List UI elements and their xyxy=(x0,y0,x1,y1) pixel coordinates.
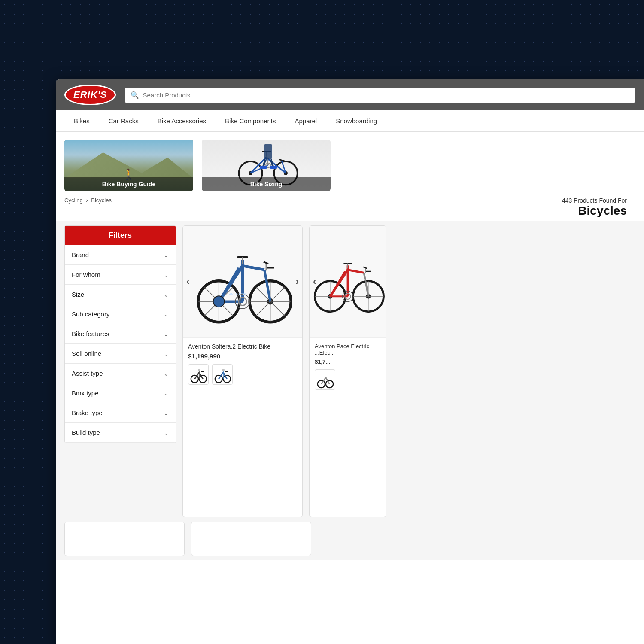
color-swatch-2-1[interactable] xyxy=(315,369,335,390)
banners-row: 🚶 Bike Buying Guide xyxy=(56,132,644,194)
nav-bike-accessories[interactable]: Bike Accessories xyxy=(148,110,216,131)
product-card-row2-2 xyxy=(191,522,311,556)
chevron-down-icon: ⌄ xyxy=(164,370,169,377)
site-navigation: Bikes Car Racks Bike Accessories Bike Co… xyxy=(56,110,644,132)
search-icon: 🔍 xyxy=(131,91,139,99)
product-card-2: ‹ xyxy=(309,225,386,517)
svg-line-75 xyxy=(363,267,367,268)
filter-sub-category[interactable]: Sub category ⌄ xyxy=(65,304,176,324)
page-title: Bicycles xyxy=(578,204,627,218)
chevron-down-icon: ⌄ xyxy=(164,252,169,258)
chevron-down-icon: ⌄ xyxy=(164,291,169,298)
filter-build-type-label: Build type xyxy=(72,429,100,436)
color-swatch-dark[interactable] xyxy=(188,364,209,385)
svg-text:AVENTON: AVENTON xyxy=(228,292,246,296)
filter-size-label: Size xyxy=(72,291,84,298)
product-name-2: Aventon Pace Electric ...Elec... xyxy=(315,343,381,356)
bike-sizing-label: Bike Sizing xyxy=(202,177,331,191)
swatch-bike-1 xyxy=(189,365,208,384)
product-info-2: Aventon Pace Electric ...Elec... $1,7... xyxy=(310,337,386,395)
swatch-bike-2 xyxy=(213,365,232,384)
chevron-down-icon: ⌄ xyxy=(164,271,169,278)
bike-sizing-banner[interactable]: Bike Sizing xyxy=(202,140,331,191)
filter-bmx-type-label: Bmx type xyxy=(72,389,99,397)
product-image-2 xyxy=(310,237,386,327)
svg-point-43 xyxy=(213,296,225,307)
product-name-1: Aventon Soltera.2 Electric Bike xyxy=(188,343,297,350)
bike-buying-guide-banner[interactable]: 🚶 Bike Buying Guide xyxy=(64,140,193,191)
svg-line-71 xyxy=(330,271,345,296)
product-next-button[interactable]: › xyxy=(296,276,299,287)
product-card-1: ‹ xyxy=(182,225,303,517)
search-input[interactable] xyxy=(143,91,629,99)
product-price-1: $1,199,990 xyxy=(188,352,297,360)
svg-rect-13 xyxy=(264,144,272,159)
product-card-row2-1 xyxy=(64,522,185,556)
filter-bike-features-label: Bike features xyxy=(72,330,109,337)
filter-bmx-type[interactable]: Bmx type ⌄ xyxy=(65,383,176,403)
svg-line-72 xyxy=(364,273,368,296)
bike-buying-guide-label: Bike Buying Guide xyxy=(64,177,193,191)
breadcrumb: Cycling › Bicycles xyxy=(64,197,346,204)
filter-sell-online-label: Sell online xyxy=(72,350,101,357)
product-image-area-1: ‹ xyxy=(183,226,302,337)
site-header: ERIK'S 🔍 xyxy=(56,79,644,110)
chevron-down-icon: ⌄ xyxy=(164,350,169,357)
nav-bike-components[interactable]: Bike Components xyxy=(216,110,285,131)
page-meta-row: Cycling › Bicycles 443 Products Found Fo… xyxy=(56,194,644,221)
filter-assist-type[interactable]: Assist type ⌄ xyxy=(65,364,176,383)
product-info-1: Aventon Soltera.2 Electric Bike $1,199,9… xyxy=(183,337,302,390)
breadcrumb-left: Cycling › Bicycles xyxy=(64,197,346,207)
svg-line-38 xyxy=(264,262,268,264)
filters-sidebar: Filters Brand ⌄ For whom ⌄ Size ⌄ Sub ca… xyxy=(64,225,176,443)
logo-container: ERIK'S xyxy=(64,85,116,105)
product-price-2: $1,7... xyxy=(315,358,381,365)
chevron-down-icon: ⌄ xyxy=(164,311,169,318)
nav-apparel[interactable]: Apparel xyxy=(286,110,327,131)
color-swatch-blue[interactable] xyxy=(212,364,233,385)
filter-bike-features[interactable]: Bike features ⌄ xyxy=(65,324,176,344)
filter-for-whom[interactable]: For whom ⌄ xyxy=(65,265,176,285)
filter-brand-label: Brand xyxy=(72,251,89,258)
product2-prev-button[interactable]: ‹ xyxy=(313,276,316,287)
search-bar: 🔍 xyxy=(125,88,635,103)
products-area: ‹ xyxy=(182,225,635,517)
product-image-area-2: ‹ xyxy=(310,226,386,337)
chevron-down-icon: ⌄ xyxy=(164,390,169,397)
product-image-1: AVENTON xyxy=(191,237,294,327)
filter-assist-type-label: Assist type xyxy=(72,370,103,377)
filter-brake-type-label: Brake type xyxy=(72,409,103,416)
filter-sell-online[interactable]: Sell online ⌄ xyxy=(65,344,176,364)
svg-rect-16 xyxy=(260,166,267,169)
chevron-down-icon: ⌄ xyxy=(164,331,169,337)
product-prev-button[interactable]: ‹ xyxy=(186,276,189,287)
filter-for-whom-label: For whom xyxy=(72,271,100,278)
color-swatches-1 xyxy=(188,364,297,385)
filter-build-type[interactable]: Build type ⌄ xyxy=(65,423,176,443)
swatch-bike-3 xyxy=(316,370,334,389)
breadcrumb-root[interactable]: Cycling xyxy=(64,197,83,204)
svg-rect-17 xyxy=(270,166,277,169)
chevron-down-icon: ⌄ xyxy=(164,429,169,436)
breadcrumb-current: Bicycles xyxy=(91,197,112,204)
filter-brake-type[interactable]: Brake type ⌄ xyxy=(65,403,176,423)
svg-line-31 xyxy=(243,266,264,270)
filter-sub-category-label: Sub category xyxy=(72,310,109,318)
main-layout: Filters Brand ⌄ For whom ⌄ Size ⌄ Sub ca… xyxy=(56,221,644,522)
second-row xyxy=(56,522,644,560)
chevron-down-icon: ⌄ xyxy=(164,410,169,416)
color-swatches-2 xyxy=(315,369,381,390)
browser-window: ERIK'S 🔍 Bikes Car Racks Bike Accessorie… xyxy=(56,79,644,644)
nav-car-racks[interactable]: Car Racks xyxy=(99,110,148,131)
filter-brand[interactable]: Brand ⌄ xyxy=(65,245,176,265)
product-count: 443 Products Found For xyxy=(562,197,627,204)
site-logo[interactable]: ERIK'S xyxy=(64,85,116,105)
nav-bikes[interactable]: Bikes xyxy=(64,110,99,131)
svg-line-68 xyxy=(348,270,364,273)
header-right: 443 Products Found For Bicycles xyxy=(346,197,635,218)
breadcrumb-separator: › xyxy=(86,197,88,204)
filters-header: Filters xyxy=(65,226,176,245)
nav-snowboarding[interactable]: Snowboarding xyxy=(326,110,386,131)
filter-size[interactable]: Size ⌄ xyxy=(65,285,176,304)
